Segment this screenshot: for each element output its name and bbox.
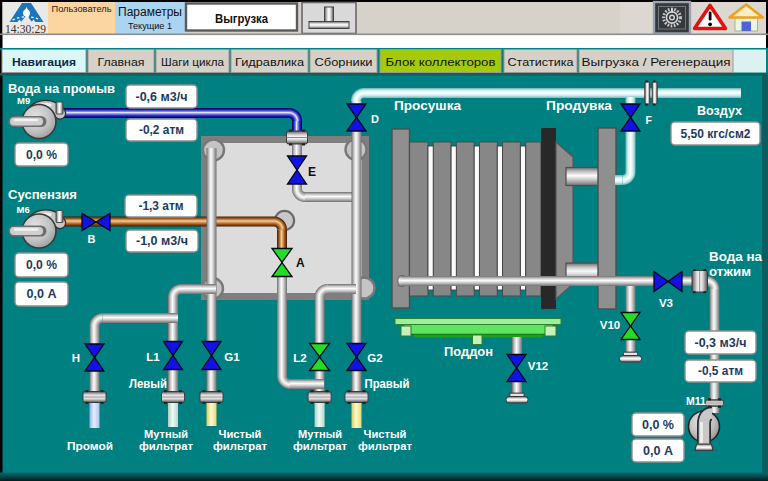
svg-text:Блок коллекторов: Блок коллекторов xyxy=(386,56,496,68)
svg-text:Левый: Левый xyxy=(129,377,167,391)
svg-text:0,0 А: 0,0 А xyxy=(643,443,674,458)
svg-text:-0,6 м3/ч: -0,6 м3/ч xyxy=(136,89,188,104)
svg-text:Продувка: Продувка xyxy=(546,99,613,113)
svg-text:Выгрузка / Регенерация: Выгрузка / Регенерация xyxy=(582,56,731,68)
svg-text:фильтрат: фильтрат xyxy=(293,440,347,452)
svg-text:0,0 %: 0,0 % xyxy=(642,417,674,432)
svg-text:М6: М6 xyxy=(17,204,30,215)
svg-text:-0,3 м3/ч: -0,3 м3/ч xyxy=(695,336,747,350)
svg-text:0,0 А: 0,0 А xyxy=(27,286,58,301)
svg-text:Поддон: Поддон xyxy=(444,344,493,359)
svg-text:Воздух: Воздух xyxy=(697,104,742,118)
svg-text:L2: L2 xyxy=(293,352,306,364)
svg-text:Вода на: Вода на xyxy=(709,249,763,264)
svg-text:Параметры: Параметры xyxy=(118,5,182,19)
svg-text:В: В xyxy=(88,233,96,245)
svg-text:Текущие 1: Текущие 1 xyxy=(128,20,172,31)
svg-text:отжим: отжим xyxy=(709,264,751,279)
svg-text:-0,5 атм: -0,5 атм xyxy=(698,364,743,378)
svg-text:Вода на промыв: Вода на промыв xyxy=(8,82,115,96)
svg-text:Главная: Главная xyxy=(98,56,145,68)
svg-text:Гидравлика: Гидравлика xyxy=(235,56,305,68)
svg-text:Мутный: Мутный xyxy=(298,428,342,440)
svg-text:V10: V10 xyxy=(600,319,620,331)
svg-text:V3: V3 xyxy=(659,297,673,309)
svg-text:-1,0 м3/ч: -1,0 м3/ч xyxy=(136,233,188,248)
svg-text:фильтрат: фильтрат xyxy=(358,440,412,452)
svg-text:Е: Е xyxy=(308,165,316,179)
svg-text:Промой: Промой xyxy=(67,440,113,452)
svg-text:фильтрат: фильтрат xyxy=(139,440,193,452)
svg-text:0,0 %: 0,0 % xyxy=(26,147,57,162)
svg-text:Сборники: Сборники xyxy=(315,56,373,68)
svg-text:0,0 %: 0,0 % xyxy=(26,257,57,272)
svg-text:М9: М9 xyxy=(17,95,30,106)
svg-text:-0,2 атм: -0,2 атм xyxy=(139,122,184,137)
svg-text:L1: L1 xyxy=(146,351,160,363)
svg-text:Статистика: Статистика xyxy=(508,56,575,68)
svg-text:Шаги цикла: Шаги цикла xyxy=(161,56,225,68)
svg-text:-1,3 атм: -1,3 атм xyxy=(139,198,184,213)
svg-text:Суспензия: Суспензия xyxy=(8,188,77,202)
svg-text:Просушка: Просушка xyxy=(394,99,462,113)
svg-text:Навигация: Навигация xyxy=(12,56,76,68)
svg-text:G1: G1 xyxy=(224,351,240,363)
svg-text:Н: Н xyxy=(72,352,80,364)
svg-text:Пользователь: Пользователь xyxy=(52,4,112,14)
svg-text:V12: V12 xyxy=(528,360,548,372)
svg-text:Чистый: Чистый xyxy=(219,428,262,440)
svg-text:М11: М11 xyxy=(686,395,706,407)
svg-text:G2: G2 xyxy=(367,352,382,364)
svg-text:фильтрат: фильтрат xyxy=(213,440,267,452)
svg-text:Мутный: Мутный xyxy=(144,428,188,440)
svg-text:Чистый: Чистый xyxy=(364,428,407,440)
svg-text:5,50 кгс/см2: 5,50 кгс/см2 xyxy=(681,127,751,141)
svg-text:14:30:29: 14:30:29 xyxy=(5,22,46,36)
svg-text:А: А xyxy=(296,256,305,270)
svg-text:D: D xyxy=(371,113,379,125)
svg-text:Выгрузка: Выгрузка xyxy=(215,12,268,26)
svg-text:Правый: Правый xyxy=(365,377,410,391)
svg-text:F: F xyxy=(646,114,653,126)
